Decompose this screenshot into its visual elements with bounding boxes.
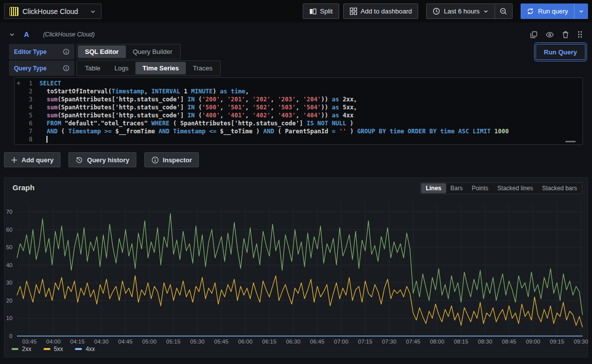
- graph-canvas[interactable]: 03:4504:0004:1504:3004:4505:0005:1505:30…: [4, 178, 589, 358]
- line-number: 1: [22, 79, 32, 87]
- refresh-icon: [527, 7, 534, 15]
- legend-swatch: [43, 348, 50, 350]
- svg-text:08:45: 08:45: [502, 339, 517, 345]
- query-type-option-time-series[interactable]: Time Series: [135, 62, 186, 74]
- svg-text:07:00: 07:00: [334, 339, 349, 345]
- legend-item-2xx[interactable]: 2xx: [11, 346, 31, 353]
- query-type-option-table[interactable]: Table: [78, 62, 107, 74]
- graph-mode-lines[interactable]: Lines: [421, 183, 446, 193]
- line-number: 7: [22, 127, 32, 135]
- svg-text:05:15: 05:15: [166, 339, 181, 345]
- sql-line: 6 FROM "default"."otel_traces" WHERE ( S…: [14, 119, 583, 127]
- query-history-label: Query history: [87, 156, 129, 164]
- editor-type-option-sql-editor[interactable]: SQL Editor: [78, 45, 126, 58]
- chevron-down-icon: [90, 8, 96, 14]
- svg-text:05:00: 05:00: [142, 339, 157, 345]
- graph-panel: Graph LinesBarsPointsStacked linesStacke…: [4, 177, 588, 358]
- add-query-label: Add query: [21, 156, 53, 164]
- graph-mode-stacked-lines[interactable]: Stacked lines: [493, 183, 538, 193]
- editor-type-option-query-builder[interactable]: Query Builder: [126, 45, 179, 58]
- split-button[interactable]: Split: [303, 3, 339, 19]
- eye-icon: [546, 31, 554, 38]
- line-number: 8: [22, 135, 32, 143]
- svg-text:04:30: 04:30: [94, 339, 109, 345]
- chevron-down-icon: [579, 8, 584, 14]
- collapse-query-button[interactable]: [4, 31, 19, 37]
- run-query-split-button: Run query: [521, 3, 588, 19]
- chevron-down-icon: [483, 8, 489, 14]
- info-icon: [151, 156, 159, 164]
- query-type-label: Query Type: [9, 60, 74, 76]
- graph-mode-bars[interactable]: Bars: [446, 183, 468, 193]
- datasource-picker[interactable]: ClickHouse Cloud: [4, 3, 101, 19]
- query-type-options: TableLogsTime SeriesTraces: [76, 60, 221, 76]
- history-icon: [75, 156, 83, 164]
- split-icon: [309, 8, 317, 15]
- graph-panel-title: Graph: [12, 183, 34, 192]
- legend-item-4xx[interactable]: 4xx: [75, 346, 95, 353]
- svg-text:07:30: 07:30: [382, 339, 397, 345]
- svg-text:06:30: 06:30: [286, 339, 301, 345]
- add-line-icon[interactable]: +: [14, 79, 22, 87]
- duplicate-query-button[interactable]: [529, 30, 539, 39]
- graph-mode-points[interactable]: Points: [467, 183, 493, 193]
- query-datasource-hint: (ClickHouse Cloud): [43, 31, 94, 38]
- plus-icon: [11, 157, 17, 163]
- svg-text:20: 20: [6, 298, 12, 304]
- svg-text:05:45: 05:45: [214, 339, 229, 345]
- editor-type-label-text: Editor Type: [14, 48, 46, 55]
- sql-line: 3 sum(SpanAttributes['http.status_code']…: [14, 95, 583, 103]
- drag-handle[interactable]: [576, 29, 584, 39]
- zoom-out-icon: [500, 7, 508, 15]
- inspector-label: Inspector: [163, 156, 192, 164]
- time-range-picker[interactable]: Last 6 hours: [426, 3, 495, 19]
- legend-item-5xx[interactable]: 5xx: [43, 346, 63, 353]
- text-cursor: [46, 136, 47, 143]
- time-range-label: Last 6 hours: [444, 7, 480, 15]
- query-type-option-traces[interactable]: Traces: [186, 62, 219, 74]
- inspector-button[interactable]: Inspector: [144, 152, 199, 167]
- run-query-button[interactable]: Run query: [521, 3, 574, 19]
- copy-icon: [530, 31, 538, 38]
- add-to-dashboard-button[interactable]: Add to dashboard: [343, 3, 419, 19]
- series-line-2xx: [17, 214, 583, 315]
- svg-text:08:00: 08:00: [430, 339, 445, 345]
- svg-text:60: 60: [6, 227, 12, 233]
- dashboard-grid-icon: [350, 7, 357, 15]
- svg-text:06:15: 06:15: [262, 339, 277, 345]
- run-query-dropdown-button[interactable]: [574, 3, 588, 19]
- sql-editor[interactable]: +1SELECT2 toStartOfInterval(Timestamp, I…: [14, 77, 583, 145]
- svg-text:05:30: 05:30: [190, 339, 205, 345]
- query-history-button[interactable]: Query history: [68, 152, 136, 167]
- info-icon[interactable]: [63, 48, 69, 55]
- query-type-option-logs[interactable]: Logs: [107, 62, 135, 74]
- zoom-out-time-button[interactable]: [495, 3, 513, 19]
- hide-query-button[interactable]: [545, 30, 555, 39]
- svg-text:04:00: 04:00: [46, 339, 61, 345]
- query-ref-id[interactable]: A: [24, 30, 29, 38]
- legend-label: 4xx: [85, 346, 95, 353]
- sql-code: +1SELECT2 toStartOfInterval(Timestamp, I…: [14, 79, 583, 143]
- svg-text:30: 30: [6, 280, 12, 286]
- horizontal-scrollbar[interactable]: [566, 141, 576, 142]
- svg-text:03:45: 03:45: [22, 339, 37, 345]
- query-type-label-text: Query Type: [14, 65, 46, 72]
- graph-legend: 2xx5xx4xx: [11, 346, 95, 353]
- svg-text:04:15: 04:15: [70, 339, 85, 345]
- svg-text:50: 50: [6, 244, 12, 250]
- legend-swatch: [75, 348, 82, 350]
- info-icon[interactable]: [63, 65, 69, 71]
- run-query-editor-button[interactable]: Run Query: [536, 44, 586, 60]
- line-number: 4: [22, 103, 32, 111]
- svg-text:70: 70: [6, 209, 12, 215]
- line-number: 2: [22, 87, 32, 95]
- sql-line: 2 toStartOfInterval(Timestamp, INTERVAL …: [14, 87, 583, 95]
- line-number: 5: [22, 111, 32, 119]
- sql-line: 7 AND ( Timestamp >= $__fromTime AND Tim…: [14, 127, 583, 135]
- graph-mode-stacked-bars[interactable]: Stacked bars: [538, 183, 582, 193]
- add-query-button[interactable]: Add query: [4, 152, 60, 167]
- sql-line: 5 sum(SpanAttributes['http.status_code']…: [14, 111, 583, 119]
- remove-query-button[interactable]: [561, 30, 570, 39]
- split-label: Split: [320, 7, 333, 15]
- trash-icon: [562, 31, 569, 38]
